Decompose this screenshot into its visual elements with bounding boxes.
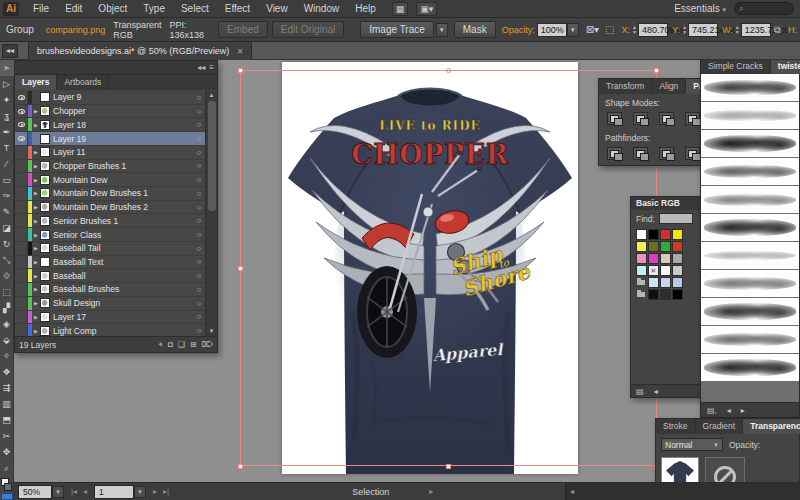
target-circle-icon[interactable]: ○	[193, 134, 205, 143]
status-expand-icon[interactable]: ▸	[429, 487, 433, 496]
minus-front-button[interactable]	[633, 112, 648, 125]
screen-mode-button[interactable]	[1, 493, 13, 500]
expand-arrow-icon[interactable]: ▶	[32, 328, 40, 334]
brush-item-11[interactable]	[701, 354, 799, 381]
color-swatch[interactable]	[636, 253, 647, 264]
layer-row-baseball-brushes[interactable]: ▶Baseball Brushes○	[15, 283, 205, 297]
style-icon[interactable]: ⊠▾	[586, 24, 599, 35]
expand-arrow-icon[interactable]: ▶	[32, 314, 40, 320]
selection-handle[interactable]	[238, 266, 243, 271]
expand-arrow-icon[interactable]: ▶	[32, 245, 40, 251]
layers-footer-icon-0[interactable]: ⌖	[158, 340, 163, 350]
prev-library-icon[interactable]: ◂	[654, 387, 658, 396]
target-circle-icon[interactable]: ○	[193, 230, 205, 239]
visibility-toggle[interactable]	[15, 173, 28, 186]
layer-row-layer-17[interactable]: ▶Layer 17○	[15, 311, 205, 325]
pencil-tool-icon[interactable]: ✎	[0, 204, 14, 220]
visibility-toggle[interactable]	[15, 324, 28, 336]
color-swatch[interactable]	[648, 241, 659, 252]
direct-selection-tool-icon[interactable]: ▷	[0, 76, 14, 92]
image-trace-button[interactable]: Image Trace	[360, 21, 434, 38]
selection-handle[interactable]	[446, 464, 451, 469]
visibility-toggle[interactable]	[15, 283, 28, 296]
visibility-toggle[interactable]	[15, 242, 28, 255]
target-circle-icon[interactable]: ○	[193, 148, 205, 157]
color-swatch[interactable]	[648, 253, 659, 264]
visibility-toggle[interactable]	[15, 256, 28, 269]
type-tool-icon[interactable]: T	[0, 140, 14, 156]
layer-row-layer-18[interactable]: ▶Layer 18○	[15, 118, 205, 132]
registration-swatch[interactable]	[648, 265, 659, 276]
tab-layers[interactable]: Layers	[15, 75, 57, 90]
color-swatch[interactable]	[672, 289, 683, 300]
zoom-tool-icon[interactable]: ⌕	[0, 460, 14, 476]
shape-builder-tool-icon[interactable]: ▞	[0, 300, 14, 316]
visibility-toggle[interactable]	[15, 187, 28, 200]
visibility-toggle[interactable]	[15, 297, 28, 310]
hand-tool-icon[interactable]: ✥	[0, 444, 14, 460]
layer-row-senior-brushes-1[interactable]: ▶Senior Brushes 1○	[15, 214, 205, 228]
expand-arrow-icon[interactable]: ▶	[32, 300, 40, 306]
panel-menu-icon[interactable]: ≡	[209, 63, 214, 72]
visibility-toggle[interactable]	[15, 201, 28, 214]
layer-row-baseball-text[interactable]: ▶Baseball Text○	[15, 256, 205, 270]
gradient-tool-icon[interactable]: ⬙	[0, 332, 14, 348]
slice-tool-icon[interactable]: ✂	[0, 428, 14, 444]
expand-arrow-icon[interactable]: ▶	[32, 122, 40, 128]
collapse-toolbar-icon[interactable]: ◂◂	[2, 44, 18, 58]
color-swatch[interactable]	[672, 229, 683, 240]
selection-reference-point[interactable]	[446, 68, 451, 73]
visibility-toggle[interactable]	[15, 132, 28, 145]
visibility-toggle[interactable]	[15, 311, 28, 324]
opacity-dropdown[interactable]: ▼	[567, 23, 579, 37]
visibility-toggle[interactable]	[15, 105, 28, 118]
brush-item-8[interactable]	[701, 270, 799, 297]
constrain-proportions-icon[interactable]: ⧉	[774, 24, 781, 36]
tab-transform[interactable]: Transform	[599, 79, 652, 94]
lasso-tool-icon[interactable]: ʓ	[0, 108, 14, 124]
w-stepper[interactable]: ▲▼	[735, 25, 740, 35]
expand-arrow-icon[interactable]: ▶	[32, 232, 40, 238]
layer-row-baseball-tail[interactable]: ▶Baseball Tail○	[15, 242, 205, 256]
arrange-documents-icon[interactable]: ▦	[392, 2, 409, 16]
artboard-number-field[interactable]: 1	[94, 485, 134, 499]
layer-row-layer-19[interactable]: Layer 19○	[15, 132, 205, 146]
color-swatch[interactable]	[648, 277, 659, 288]
visibility-toggle[interactable]	[15, 160, 28, 173]
target-circle-icon[interactable]: ○	[193, 189, 205, 198]
merge-button[interactable]	[659, 147, 674, 160]
stroke-color-swatch[interactable]	[4, 483, 12, 491]
selection-tool-icon[interactable]: ➣	[0, 60, 14, 76]
swatch-group-folder-icon[interactable]	[636, 289, 647, 300]
expand-arrow-icon[interactable]: ▶	[32, 259, 40, 265]
symbol-sprayer-tool-icon[interactable]: ⇶	[0, 380, 14, 396]
mesh-tool-icon[interactable]: ◈	[0, 316, 14, 332]
layer-row-light-comp[interactable]: ▶Light Comp○	[15, 324, 205, 336]
target-circle-icon[interactable]: ○	[193, 299, 205, 308]
expand-arrow-icon[interactable]: ▶	[32, 204, 40, 210]
tab-stroke[interactable]: Stroke	[656, 419, 696, 434]
document-tab[interactable]: brushesvideodesigns.ai* @ 50% (RGB/Previ…	[28, 42, 252, 60]
first-artboard-icon[interactable]: |◂	[71, 487, 77, 496]
y-field[interactable]: 745.214 pt	[688, 23, 718, 37]
target-circle-icon[interactable]: ○	[193, 257, 205, 266]
magic-wand-tool-icon[interactable]: ✦	[0, 92, 14, 108]
swatch-libraries-icon[interactable]: ▤.	[636, 387, 646, 396]
color-swatch[interactable]	[672, 253, 683, 264]
next-library-icon[interactable]: ▸	[741, 406, 745, 415]
x-field[interactable]: 480.709 pt	[638, 23, 668, 37]
visibility-toggle[interactable]	[15, 214, 28, 227]
color-swatch[interactable]	[672, 277, 683, 288]
rectangle-tool-icon[interactable]: ▭	[0, 172, 14, 188]
tab-artboards[interactable]: Artboards	[57, 75, 109, 90]
layer-row-mountain-dew-brushes-1[interactable]: ▶Mountain Dew Brushes 1○	[15, 187, 205, 201]
x-stepper[interactable]: ▲▼	[632, 25, 637, 35]
embed-button[interactable]: Embed	[218, 21, 268, 38]
workspace-switcher[interactable]: Essentials ▾	[674, 3, 726, 14]
color-swatch[interactable]	[660, 229, 671, 240]
brush-item-3[interactable]	[701, 130, 799, 157]
prev-library-icon[interactable]: ◂	[727, 406, 731, 415]
menu-effect[interactable]: Effect	[217, 0, 258, 18]
tab-align[interactable]: Align	[652, 79, 686, 94]
mask-button[interactable]: Mask	[454, 21, 496, 38]
